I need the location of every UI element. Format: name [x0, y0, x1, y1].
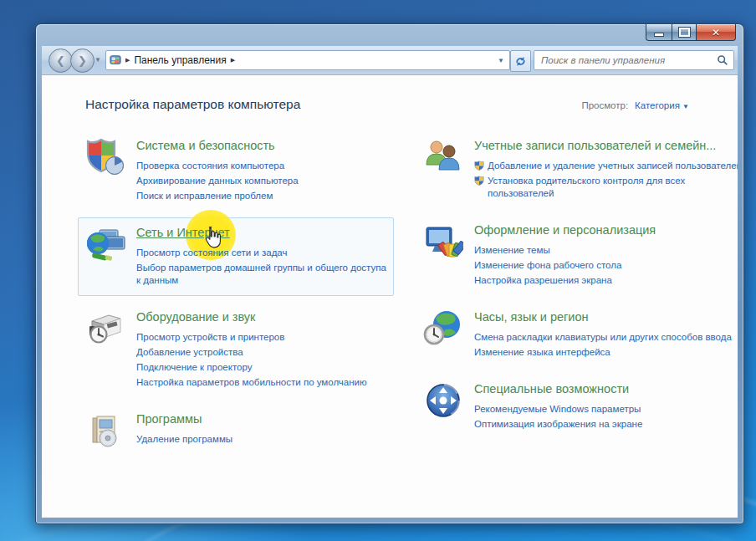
breadcrumb-arrow-icon[interactable]: ▶: [125, 57, 130, 64]
task-links: Проверка состояния компьютера Архивирова…: [136, 160, 386, 202]
view-by-control: Просмотр: Категория ▼: [581, 100, 689, 110]
task-link[interactable]: Изменение фона рабочего стола: [474, 259, 738, 272]
task-link[interactable]: Изменение языка интерфейса: [474, 346, 738, 359]
task-link[interactable]: Просмотр состояния сети и задач: [136, 247, 386, 259]
maximize-icon: [679, 28, 690, 37]
control-panel-icon: [110, 54, 121, 66]
category-hardware-sound: Оборудование и звук Просмотр устройств и…: [85, 309, 386, 391]
task-link[interactable]: Добавление устройства: [136, 346, 386, 359]
category-network-internet[interactable]: Сеть и Интернет Просмотр состояния сети …: [78, 217, 394, 296]
task-links: Добавление и удаление учетных записей по…: [474, 160, 738, 200]
category-appearance-personalization: Оформление и персонализация Изменение те…: [423, 222, 738, 289]
task-link[interactable]: Выбор параметров домашней группы и общег…: [136, 262, 386, 287]
uac-shield-icon: [474, 176, 484, 186]
task-link[interactable]: Изменение темы: [474, 244, 738, 257]
refresh-button[interactable]: [510, 50, 531, 72]
breadcrumb-item[interactable]: Панель управления: [134, 54, 226, 66]
task-link[interactable]: Проверка состояния компьютера: [136, 160, 386, 172]
category-system-security: Система и безопасность Проверка состояни…: [85, 137, 386, 205]
network-icon: [85, 224, 125, 264]
category-title-user-accounts[interactable]: Учетные записи пользователей и семейн...: [474, 138, 716, 153]
control-panel-content: Настройка параметров компьютера Просмотр…: [42, 74, 738, 518]
category-user-accounts: Учетные записи пользователей и семейн...: [423, 137, 738, 202]
minimize-icon: [654, 33, 664, 37]
security-shield-icon: [85, 137, 125, 177]
category-title-network-internet[interactable]: Сеть и Интернет: [136, 225, 230, 240]
task-link[interactable]: Подключение к проектору: [136, 361, 386, 374]
software-box-icon: [85, 411, 125, 451]
task-links: Рекомендуемые Windows параметры Оптимиза…: [474, 403, 738, 431]
printer-icon: [85, 309, 125, 349]
breadcrumb-arrow-icon[interactable]: ▶: [231, 57, 235, 64]
category-title-hardware-sound[interactable]: Оборудование и звук: [136, 309, 255, 324]
category-programs: Программы Удаление программы: [85, 411, 386, 451]
task-links: Просмотр состояния сети и задач Выбор па…: [136, 247, 386, 287]
task-link[interactable]: Настройка разрешения экрана: [474, 274, 738, 287]
task-link[interactable]: Поиск и исправление проблем: [136, 190, 386, 202]
category-clock-language-region: Часы, язык и регион Смена раскладки клав…: [423, 309, 738, 361]
task-links: Просмотр устройств и принтеров Добавлени…: [136, 331, 386, 389]
search-icon[interactable]: [717, 54, 728, 66]
window-caption-buttons: ✕: [646, 24, 736, 41]
forward-button[interactable]: ❯: [70, 48, 94, 73]
category-title-system-security[interactable]: Система и безопасность: [136, 138, 275, 153]
personalization-icon: [423, 222, 463, 262]
recent-pages-dropdown-icon[interactable]: ▼: [94, 56, 101, 64]
view-by-dropdown[interactable]: Категория ▼: [635, 100, 689, 110]
task-link[interactable]: Оптимизация изображения на экране: [474, 418, 738, 431]
close-icon: ✕: [712, 28, 720, 38]
page-title: Настройка параметров компьютера: [85, 97, 300, 112]
task-link[interactable]: Удаление программы: [136, 433, 386, 446]
search-input[interactable]: [539, 54, 717, 66]
category-title-clock-language[interactable]: Часы, язык и регион: [474, 309, 588, 324]
category-title-programs[interactable]: Программы: [136, 411, 202, 426]
view-by-label: Просмотр:: [581, 100, 628, 110]
desktop: { "navbar": { "breadcrumb_root": "Панель…: [0, 0, 756, 541]
category-ease-of-access: Специальные возможности Рекомендуемые Wi…: [423, 380, 738, 433]
task-links: Смена раскладки клавиатуры или других сп…: [474, 331, 738, 359]
uac-shield-icon: [474, 161, 484, 171]
minimize-button[interactable]: [646, 24, 672, 41]
maximize-button[interactable]: [672, 24, 697, 41]
chevron-down-icon: ▼: [682, 103, 689, 110]
category-title-ease-of-access[interactable]: Специальные возможности: [474, 381, 629, 396]
ease-of-access-icon: [423, 380, 463, 421]
refresh-icon: [514, 55, 527, 68]
task-link-uac[interactable]: Установка родительского контроля для все…: [474, 175, 738, 200]
task-link[interactable]: Архивирование данных компьютера: [136, 175, 386, 187]
task-links: Удаление программы: [136, 433, 386, 446]
address-bar[interactable]: ▶ Панель управления ▶ ▼: [105, 50, 510, 70]
back-button[interactable]: ❮: [49, 48, 73, 73]
control-panel-window: ✕ ❮ ❯ ▼ ▶ Панель управления ▶ ▼: [35, 23, 744, 524]
task-links: Изменение темы Изменение фона рабочего с…: [474, 244, 738, 287]
category-columns: Система и безопасность Проверка состояни…: [42, 112, 738, 470]
task-link[interactable]: Смена раскладки клавиатуры или других сп…: [474, 331, 738, 344]
page-header: Настройка параметров компьютера Просмотр…: [42, 75, 738, 112]
task-link-uac[interactable]: Добавление и удаление учетных записей по…: [474, 160, 738, 172]
address-dropdown-icon[interactable]: ▼: [498, 57, 506, 64]
user-accounts-icon: [423, 137, 463, 177]
task-link[interactable]: Настройка параметров мобильности по умол…: [136, 376, 386, 389]
category-title-appearance[interactable]: Оформление и персонализация: [474, 222, 656, 237]
navigation-bar: ❮ ❯ ▼ ▶ Панель управления ▶ ▼: [42, 46, 738, 75]
clock-globe-icon: [423, 309, 463, 349]
left-column: Система и безопасность Проверка состояни…: [85, 137, 386, 470]
close-button[interactable]: ✕: [697, 24, 736, 41]
right-column: Учетные записи пользователей и семейн...: [423, 137, 738, 470]
search-box[interactable]: [534, 50, 734, 70]
task-link[interactable]: Рекомендуемые Windows параметры: [474, 403, 738, 416]
task-link[interactable]: Просмотр устройств и принтеров: [136, 331, 386, 344]
